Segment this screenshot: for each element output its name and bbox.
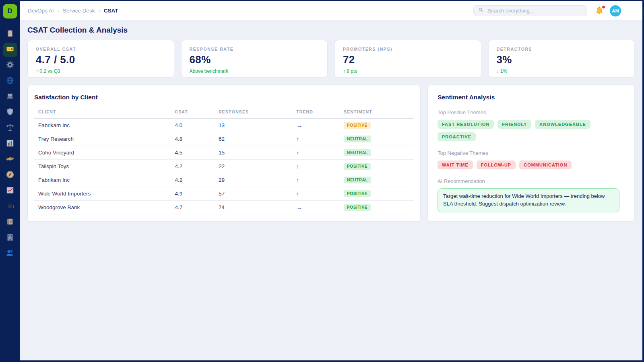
compass-icon xyxy=(6,170,14,181)
sidebar-item-partners[interactable] xyxy=(3,152,17,167)
sidebar-item-teams[interactable] xyxy=(3,247,17,261)
sidebar-item-trends[interactable] xyxy=(3,184,17,198)
column-header-sentiment: SENTIMENT xyxy=(340,106,414,118)
theme-tag: WAIT TIME xyxy=(438,160,473,169)
sidebar-item-explore[interactable] xyxy=(3,168,17,183)
sentiment-badge: POSITIVE xyxy=(344,190,371,197)
sidebar-item-organization[interactable] xyxy=(3,231,17,245)
stat-label: OVERALL CSAT xyxy=(36,47,166,51)
breadcrumb-csat-current: CSAT xyxy=(104,8,118,14)
breadcrumb-devops-ai[interactable]: DevOps AI xyxy=(28,8,54,14)
client-cell: Trey Research xyxy=(34,132,171,146)
sentiment-badge: NEUTRAL xyxy=(344,177,371,183)
stat-delta: ↑ 8 pts xyxy=(343,68,473,74)
trend-arrow-icon: ↑ xyxy=(292,187,340,201)
table-row: Wide World Importers 4.9 57 ↑ POSITIVE xyxy=(34,187,414,201)
responses-cell: 22 xyxy=(215,160,292,173)
negative-theme-tags: WAIT TIME FOLLOW-UP COMMUNICATION xyxy=(438,160,625,169)
stat-card-overall-csat: OVERALL CSAT 4.7 / 5.0 ↑ 0.2 vs Q3 xyxy=(27,40,174,78)
csat-cell: 4.9 xyxy=(171,187,214,201)
sidebar-item-training[interactable] xyxy=(3,200,17,214)
negative-themes-label: Top Negative Themes xyxy=(438,150,625,156)
bell-icon xyxy=(594,10,604,17)
table-row: Woodgrove Bank 4.7 74 → POSITIVE xyxy=(34,201,414,214)
csat-cell: 4.8 xyxy=(171,132,214,146)
sidebar-item-clipboard[interactable] xyxy=(3,27,17,41)
sidebar-item-settings[interactable] xyxy=(3,58,17,73)
column-header-responses: RESPONSES xyxy=(215,106,292,118)
column-header-trend: TREND xyxy=(292,106,340,118)
stat-delta: ↓ 1% xyxy=(497,68,627,74)
theme-tag: KNOWLEDGEABLE xyxy=(535,120,590,129)
stat-delta: Above benchmark xyxy=(190,68,320,74)
user-avatar[interactable]: AM xyxy=(610,5,621,16)
stat-label: DETRACTORS xyxy=(497,47,627,51)
sidebar: D xyxy=(0,0,20,362)
stat-card-promoters-nps: PROMOTERS (NPS) 72 ↑ 8 pts xyxy=(334,40,481,78)
responses-cell: 62 xyxy=(215,132,292,146)
sentiment-badge: POSITIVE xyxy=(344,163,371,170)
responses-cell: 57 xyxy=(215,187,292,201)
sidebar-item-csat-active[interactable] xyxy=(3,43,17,57)
ai-recommendation-label: AI Recommendation xyxy=(438,178,625,184)
client-cell: Fabrikam Inc xyxy=(34,118,171,132)
csat-cell: 4.5 xyxy=(171,146,214,160)
table-row: Fabrikam Inc 4.2 29 ↑ NEUTRAL xyxy=(34,173,414,187)
theme-tag: FAST RESOLUTION xyxy=(438,120,494,129)
stat-label: RESPONSE RATE xyxy=(190,47,320,51)
page-body: CSAT Collection & Analysis OVERALL CSAT … xyxy=(20,21,642,360)
csat-cell: 4.7 xyxy=(171,201,214,214)
people-icon xyxy=(6,249,14,259)
ticket-icon xyxy=(6,45,14,55)
stat-value: 4.7 / 5.0 xyxy=(36,53,166,66)
theme-tag: FOLLOW-UP xyxy=(477,160,516,169)
csat-cell: 4.2 xyxy=(171,173,214,187)
stat-value: 72 xyxy=(343,53,473,66)
stat-card-detractors: DETRACTORS 3% ↓ 1% xyxy=(488,40,635,78)
satisfaction-by-client-panel: Satisfaction by Client CLIENT CSAT RESPO… xyxy=(27,84,421,222)
trend-arrow-icon: ↑ xyxy=(292,132,340,146)
theme-tag: COMMUNICATION xyxy=(519,160,572,169)
table-header-row: CLIENT CSAT RESPONSES TREND SENTIMENT xyxy=(34,106,414,118)
sentiment-badge: POSITIVE xyxy=(344,204,371,211)
sidebar-item-legal[interactable] xyxy=(3,121,17,136)
topbar: DevOps AI › Service Desk › CSAT xyxy=(20,1,642,21)
sidebar-item-reports[interactable] xyxy=(3,137,17,151)
building-icon xyxy=(6,233,14,243)
page-title: CSAT Collection & Analysis xyxy=(27,26,635,35)
client-cell: Coho Vineyard xyxy=(34,146,171,160)
table-title: Satisfaction by Client xyxy=(34,94,414,101)
sidebar-item-network[interactable] xyxy=(3,74,17,88)
trend-arrow-icon: → xyxy=(292,118,340,132)
breadcrumb-service-desk[interactable]: Service Desk xyxy=(63,8,95,14)
ai-recommendation-box: Target wait-time reduction for Wide Worl… xyxy=(438,188,619,212)
stat-label: PROMOTERS (NPS) xyxy=(343,47,473,51)
graduation-cap-icon xyxy=(6,202,14,212)
sidebar-item-contracts[interactable] xyxy=(3,215,17,230)
notifications-button[interactable] xyxy=(594,6,604,16)
theme-tag: FRIENDLY xyxy=(497,120,531,129)
responses-cell: 15 xyxy=(215,146,292,160)
stat-card-response-rate: RESPONSE RATE 68% Above benchmark xyxy=(181,40,328,78)
client-cell: Wide World Importers xyxy=(34,187,171,201)
satisfaction-table: CLIENT CSAT RESPONSES TREND SENTIMENT Fa… xyxy=(34,106,414,214)
breadcrumb: DevOps AI › Service Desk › CSAT xyxy=(28,8,118,14)
client-cell: Tailspin Toys xyxy=(34,160,171,173)
sidebar-item-devices[interactable] xyxy=(3,90,17,104)
bar-chart-icon xyxy=(6,139,14,149)
search-input[interactable] xyxy=(487,7,583,14)
table-row: Fabrikam Inc 4.0 13 → POSITIVE xyxy=(34,118,414,132)
client-cell: Woodgrove Bank xyxy=(34,201,171,214)
csat-cell: 4.0 xyxy=(171,118,214,132)
sidebar-item-security[interactable] xyxy=(3,105,17,120)
breadcrumb-separator: › xyxy=(58,8,59,14)
stat-delta: ↑ 0.2 vs Q3 xyxy=(36,68,166,74)
column-header-csat: CSAT xyxy=(171,106,214,118)
clipboard-icon xyxy=(6,29,14,39)
breadcrumb-separator: › xyxy=(98,8,100,14)
notification-badge-dot xyxy=(602,6,605,8)
brand-logo[interactable]: D xyxy=(3,4,17,19)
column-header-client: CLIENT xyxy=(34,106,171,118)
gear-icon xyxy=(6,60,14,71)
trend-arrow-icon: ↑ xyxy=(292,160,340,173)
